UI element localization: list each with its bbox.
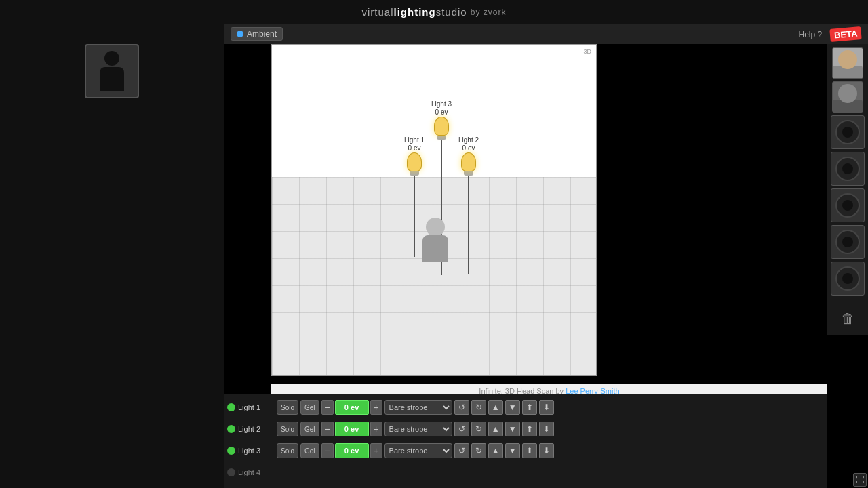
canvas-light-1[interactable]: Light 10 ev [404,136,425,257]
light3-label: Light 3 [238,447,267,455]
light2-tilt-down[interactable]: ⬇ [539,422,554,436]
light2-move-down[interactable]: ▼ [505,422,520,436]
light3-gel-button[interactable]: Gel [300,443,319,458]
aperture-icon-1 [835,120,860,144]
right-thumb-face2[interactable] [832,81,863,113]
light3-dot[interactable] [227,447,235,455]
light3-rotate-left[interactable]: ↺ [454,443,469,458]
avatar-body [100,67,124,92]
light1-ev-minus[interactable]: − [321,400,334,415]
aperture-icon-3 [835,193,860,218]
light1-ev-control: − 0 ev + [321,400,382,415]
light1-dot[interactable] [227,403,235,411]
light2-solo-button[interactable]: Solo [277,422,298,436]
beta-badge: BETA [829,26,862,42]
light2-dot[interactable] [227,425,235,433]
title-bold: lighting [393,6,435,18]
light1-row: Light 1 Solo Gel − 0 ev + Bare strobe ↺ … [227,398,824,417]
light2-toggle[interactable]: Light 2 [227,425,275,433]
light3-move-up[interactable]: ▲ [488,443,503,458]
light3-move-down[interactable]: ▼ [505,443,520,458]
canvas-area[interactable]: Light 10 ev Light 20 ev Light 30 ev 3D [271,44,597,376]
left-panel [0,24,224,488]
canvas-light1-label: Light 10 ev [404,136,425,152]
ambient-label: Ambient [247,29,277,39]
title-suffix: studio [436,6,467,18]
title-prefix: virtual [361,6,393,18]
light1-rotate-right[interactable]: ↻ [471,400,486,415]
light2-ev-control: − 0 ev + [321,422,382,436]
light1-move-up[interactable]: ▲ [488,400,503,415]
light2-ev-display: 0 ev [335,422,369,436]
light1-label: Light 1 [238,403,267,411]
light3-tilt-down[interactable]: ⬇ [539,443,554,458]
help-button[interactable]: Help ? BETA [799,28,861,41]
light1-rotate-left[interactable]: ↺ [454,400,469,415]
aperture-inner-1 [842,127,853,138]
light4-toggle[interactable]: Light 4 [227,468,275,476]
light4-row: Light 4 [227,463,824,482]
right-thumb-mod4[interactable] [831,225,865,259]
light3-tilt-up[interactable]: ⬆ [522,443,537,458]
light2-move-up[interactable]: ▲ [488,422,503,436]
right-thumb-mod5[interactable] [831,262,865,296]
light3-rotate-right[interactable]: ↻ [471,443,486,458]
light2-tilt-up[interactable]: ⬆ [522,422,537,436]
aperture-inner-3 [842,200,853,211]
ambient-button[interactable]: Ambient [231,27,283,41]
right-thumb-face1[interactable] [832,47,863,79]
right-thumb-mod3[interactable] [831,188,865,222]
human-head [426,218,445,237]
aperture-inner-5 [842,273,853,284]
canvas-light2-label: Light 20 ev [458,136,479,152]
light2-label: Light 2 [238,425,267,433]
canvas-light-2[interactable]: Light 20 ev [458,136,479,274]
help-label: Help ? [799,30,823,39]
light1-tilt-up[interactable]: ⬆ [522,400,537,415]
right-thumb-mod2[interactable] [831,152,865,186]
canvas-info: 3D [581,47,593,56]
light2-modifier-select[interactable]: Bare strobe [384,422,452,436]
title-by: by zvork [471,7,507,17]
expand-button[interactable]: ⛶ [853,473,867,487]
light2-ev-minus[interactable]: − [321,422,334,436]
light3-ev-control: − 0 ev + [321,443,382,458]
light3-ev-plus[interactable]: + [370,443,382,458]
light1-ev-plus[interactable]: + [370,400,382,415]
canvas-light3-bulb [434,117,449,136]
light1-toggle[interactable]: Light 1 [227,403,275,411]
canvas-light2-pole [468,176,469,274]
light3-row: Light 3 Solo Gel − 0 ev + Bare strobe ↺ … [227,441,824,460]
light3-solo-button[interactable]: Solo [277,443,298,458]
subject-avatar[interactable] [85,44,139,98]
light1-modifier-select[interactable]: Bare strobe [384,400,452,415]
avatar-head [104,51,119,66]
light3-toggle[interactable]: Light 3 [227,447,275,455]
aperture-icon-2 [835,157,860,181]
light1-gel-button[interactable]: Gel [300,400,319,415]
light2-gel-button[interactable]: Gel [300,422,319,436]
light1-solo-button[interactable]: Solo [277,400,298,415]
light3-ev-display: 0 ev [335,443,369,458]
light2-ev-plus[interactable]: + [370,422,382,436]
trash-button[interactable]: 🗑 [834,305,861,332]
light3-ev-minus[interactable]: − [321,443,334,458]
ambient-dot [237,30,243,37]
right-thumb-mod1[interactable] [831,115,865,149]
light4-label: Light 4 [238,468,267,476]
light2-rotate-left[interactable]: ↺ [454,422,469,436]
canvas-light2-bulb [461,152,476,171]
human-figure [422,218,448,262]
canvas-light3-label: Light 30 ev [431,100,452,117]
aperture-icon-4 [835,230,860,254]
light3-modifier-select[interactable]: Bare strobe [384,443,452,458]
toolbar: Ambient Help ? BETA [224,24,868,44]
light1-tilt-down[interactable]: ⬇ [539,400,554,415]
face2-head [838,84,857,103]
light4-dot[interactable] [227,468,235,476]
canvas-light1-pole [414,176,415,257]
aperture-inner-2 [842,163,853,174]
light2-rotate-right[interactable]: ↻ [471,422,486,436]
light1-move-down[interactable]: ▼ [505,400,520,415]
face1-head [838,50,857,69]
